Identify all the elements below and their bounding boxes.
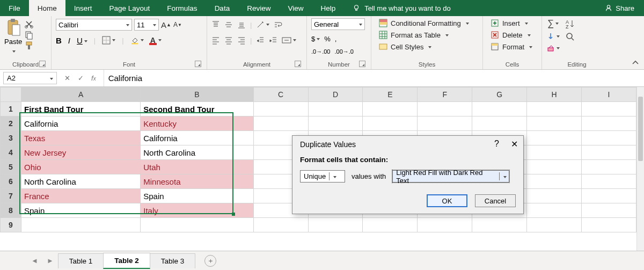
paste-dropdown-icon[interactable]: [11, 47, 16, 55]
increase-decimal-icon[interactable]: .0→.00: [311, 48, 330, 55]
delete-cells-button[interactable]: Delete: [487, 30, 534, 40]
tab-formulas[interactable]: Formulas: [158, 0, 206, 16]
col-header-F[interactable]: F: [418, 87, 472, 102]
cell-B8[interactable]: Italy: [141, 203, 253, 218]
fill-icon[interactable]: [546, 32, 560, 41]
borders-icon[interactable]: [102, 36, 115, 45]
percent-button[interactable]: %: [324, 35, 331, 43]
font-color-icon[interactable]: A: [150, 35, 162, 45]
number-format-select[interactable]: General: [311, 18, 365, 30]
wrap-text-icon[interactable]: [274, 20, 283, 29]
ok-button[interactable]: OK: [427, 194, 467, 207]
cell-B7[interactable]: Spain: [141, 189, 253, 203]
cell-B4[interactable]: North Carolina: [141, 145, 253, 160]
sheet-tab-3[interactable]: Table 3: [150, 253, 196, 268]
orientation-icon[interactable]: [256, 20, 269, 29]
fx-icon[interactable]: fx: [91, 74, 96, 82]
row-header-6[interactable]: 6: [1, 174, 21, 189]
cell-A3[interactable]: Texas: [21, 131, 141, 145]
formula-input[interactable]: California: [104, 70, 644, 86]
row-header-1[interactable]: 1: [1, 102, 21, 116]
collapse-ribbon-icon[interactable]: [631, 59, 640, 67]
col-header-B[interactable]: B: [141, 87, 253, 102]
number-dialog-launcher[interactable]: [359, 61, 365, 67]
font-size-select[interactable]: 11: [134, 19, 159, 31]
vertical-scrollbar[interactable]: [636, 87, 644, 251]
font-dialog-launcher[interactable]: [195, 61, 201, 67]
cell-B1[interactable]: Second Band Tour: [141, 102, 253, 116]
select-all-corner[interactable]: [1, 87, 21, 102]
copy-icon[interactable]: [24, 30, 34, 40]
comma-button[interactable]: ,: [335, 35, 337, 43]
conditional-formatting-button[interactable]: Conditional Formatting: [376, 18, 472, 28]
tab-insert[interactable]: Insert: [65, 0, 101, 16]
cell-styles-button[interactable]: Cell Styles: [376, 42, 435, 52]
cell-A1[interactable]: First Band Tour: [21, 102, 141, 116]
sheet-nav-prev-icon[interactable]: ◄: [27, 257, 42, 265]
clipboard-dialog-launcher[interactable]: [39, 61, 46, 67]
dialog-help-icon[interactable]: ?: [494, 139, 499, 149]
format-as-table-button[interactable]: Format as Table: [376, 30, 452, 40]
clear-icon[interactable]: [546, 44, 560, 53]
underline-button[interactable]: U: [77, 36, 87, 45]
row-header-9[interactable]: 9: [1, 218, 21, 232]
cell-A2[interactable]: California: [21, 116, 141, 131]
row-header-2[interactable]: 2: [1, 116, 21, 131]
col-header-I[interactable]: I: [582, 87, 636, 102]
tab-home[interactable]: Home: [29, 0, 65, 16]
align-left-icon[interactable]: [211, 36, 220, 45]
add-sheet-button[interactable]: ＋: [204, 255, 216, 267]
format-style-select[interactable]: Light Red Fill with Dark Red Text: [392, 170, 509, 183]
fill-color-icon[interactable]: [130, 36, 144, 45]
row-header-5[interactable]: 5: [1, 160, 21, 174]
find-select-icon[interactable]: [565, 32, 576, 42]
currency-button[interactable]: $: [311, 35, 320, 43]
cell-A8[interactable]: Spain: [21, 203, 141, 218]
cut-icon[interactable]: [24, 19, 34, 29]
row-header-4[interactable]: 4: [1, 145, 21, 160]
cell-A4[interactable]: New Jersey: [21, 145, 141, 160]
align-middle-icon[interactable]: [224, 20, 233, 29]
row-header-8[interactable]: 8: [1, 203, 21, 218]
col-header-D[interactable]: D: [308, 87, 363, 102]
increase-indent-icon[interactable]: [269, 36, 277, 45]
increase-font-icon[interactable]: A▲: [161, 20, 171, 30]
cancel-button[interactable]: Cancel: [475, 194, 516, 207]
format-painter-icon[interactable]: [24, 41, 34, 50]
sort-filter-icon[interactable]: AZ: [565, 18, 576, 29]
col-header-C[interactable]: C: [253, 87, 308, 102]
align-bottom-icon[interactable]: [237, 20, 246, 29]
insert-cells-button[interactable]: Insert: [487, 18, 531, 28]
italic-button[interactable]: I: [68, 36, 70, 45]
cell-A7[interactable]: France: [21, 189, 141, 203]
cell-B3[interactable]: California: [141, 131, 253, 145]
col-header-G[interactable]: G: [472, 87, 527, 102]
cell-B6[interactable]: Minnesota: [141, 174, 253, 189]
decrease-decimal-icon[interactable]: .00→.0: [334, 48, 353, 55]
tab-view[interactable]: View: [279, 0, 312, 16]
sheet-nav-next-icon[interactable]: ►: [42, 257, 58, 265]
decrease-font-icon[interactable]: A▼: [173, 21, 182, 28]
decrease-indent-icon[interactable]: [256, 36, 265, 45]
dialog-close-icon[interactable]: ✕: [511, 139, 518, 149]
cancel-formula-icon[interactable]: ✕: [64, 74, 70, 82]
sheet-tab-1[interactable]: Table 1: [58, 253, 104, 268]
sheet-tab-2[interactable]: Table 2: [103, 253, 150, 269]
cell-B5[interactable]: Utah: [141, 160, 253, 174]
paste-button[interactable]: Paste: [4, 18, 22, 55]
selection-fill-handle[interactable]: [232, 213, 235, 216]
align-right-icon[interactable]: [237, 36, 246, 45]
row-header-3[interactable]: 3: [1, 131, 21, 145]
share-button[interactable]: Share: [595, 0, 644, 16]
name-box[interactable]: A2: [3, 72, 57, 84]
col-header-H[interactable]: H: [527, 87, 582, 102]
duplicate-mode-select[interactable]: Unique: [300, 170, 345, 183]
cell-B2[interactable]: Kentucky: [141, 116, 253, 131]
font-family-select[interactable]: Calibri: [56, 19, 132, 31]
tab-data[interactable]: Data: [206, 0, 239, 16]
align-center-icon[interactable]: [224, 36, 233, 45]
alignment-dialog-launcher[interactable]: [295, 61, 301, 67]
format-cells-button[interactable]: Format: [487, 42, 536, 52]
tab-file[interactable]: File: [0, 0, 29, 16]
merge-center-icon[interactable]: [282, 36, 296, 45]
